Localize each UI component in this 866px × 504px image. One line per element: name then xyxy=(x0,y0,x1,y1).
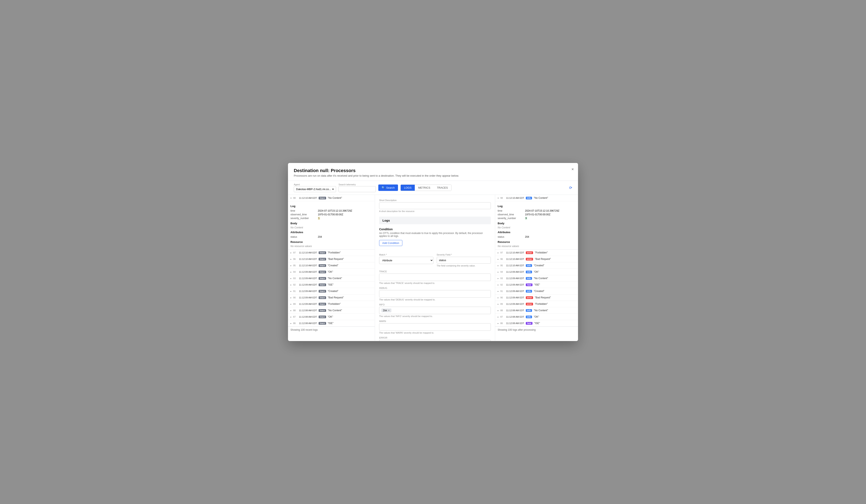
search-button[interactable]: 🔍 Search xyxy=(378,184,398,191)
log-badge: info xyxy=(526,309,532,312)
log-number: 96 xyxy=(293,258,297,260)
condition-section: Condition An OTTL condition that must ev… xyxy=(379,227,491,249)
log-row[interactable]: ▸9511:12:10 AM EDTinfo"Created" xyxy=(495,262,578,269)
log-message: "ISE" xyxy=(534,283,540,286)
log-row[interactable]: ▸9111:12:09 AM EDTinfo"Created" xyxy=(495,288,578,294)
attributes-section-title: Attributes xyxy=(498,231,576,234)
log-time: 11:12:08 AM EDT xyxy=(506,322,524,324)
log-badge: trace xyxy=(319,296,326,299)
severity-field-input[interactable] xyxy=(437,257,491,264)
chevron-icon: ▸ xyxy=(498,251,499,254)
log-row[interactable]: ▾9811:12:10 AM EDTtrace"No Content" xyxy=(288,195,375,201)
tab-traces[interactable]: TRACES xyxy=(434,185,451,191)
attribute-key: status xyxy=(290,235,315,238)
log-message: "Created" xyxy=(328,290,338,293)
severity-value-warn[interactable] xyxy=(379,323,491,331)
log-row[interactable]: ▸9511:12:10 AM EDTtrace"Created" xyxy=(288,262,375,269)
log-row[interactable]: ▸8811:12:08 AM EDTtrace"No Content" xyxy=(288,307,375,314)
log-row[interactable]: ▸9711:12:10 AM EDTerror"Forbidden" xyxy=(495,249,578,256)
log-row[interactable]: ▸9711:12:10 AM EDTtrace"Forbidden" xyxy=(288,249,375,256)
log-row[interactable]: ▸9611:12:10 AM EDTtrace"Bad Request" xyxy=(288,256,375,262)
log-badge: trace xyxy=(319,264,326,267)
chevron-icon: ▸ xyxy=(290,322,291,324)
close-button[interactable]: × xyxy=(571,167,574,171)
search-wrapper: Search telemetry xyxy=(338,183,376,192)
severity-value-info[interactable]: 2xx✕ xyxy=(379,307,491,314)
log-section-title: Log xyxy=(498,204,576,208)
log-badge: trace xyxy=(319,197,326,199)
severity-hint-debug: The values that 'DEBUG' severity should … xyxy=(379,299,491,301)
resource-section-title: Resource xyxy=(290,240,372,244)
severity-value-debug[interactable] xyxy=(379,290,491,298)
log-time: 11:12:08 AM EDT xyxy=(506,309,524,312)
short-description-input[interactable] xyxy=(379,202,491,209)
log-number: 94 xyxy=(500,271,504,273)
log-kv: time2024-07-10T15:12:10.396729Z xyxy=(498,209,576,213)
log-kv: time2024-07-10T15:12:10.396729Z xyxy=(290,209,372,213)
chip-remove[interactable]: ✕ xyxy=(388,309,390,312)
log-message: "Bad Request" xyxy=(328,296,344,299)
log-time: 11:12:10 AM EDT xyxy=(299,258,317,260)
log-row[interactable]: ▸8911:12:09 AM EDTerror"Forbidden" xyxy=(495,301,578,307)
chevron-icon: ▸ xyxy=(290,258,291,260)
log-value: 9 xyxy=(525,217,527,220)
log-row[interactable]: ▸9211:12:09 AM EDTfatal"ISE" xyxy=(495,282,578,288)
log-row[interactable]: ▸9111:12:09 AM EDTtrace"Created" xyxy=(288,288,375,294)
log-key: observed_time xyxy=(290,213,315,216)
body-section-title: Body xyxy=(498,222,576,225)
log-row[interactable]: ▸9311:12:09 AM EDTtrace"No Content" xyxy=(288,275,375,282)
log-row[interactable]: ▸8711:12:08 AM EDTinfo"OK" xyxy=(495,314,578,320)
log-badge: info xyxy=(526,271,532,273)
chevron-icon: ▸ xyxy=(290,265,291,267)
log-time: 11:12:10 AM EDT xyxy=(299,264,317,267)
log-row[interactable]: ▸9411:12:09 AM EDTinfo"OK" xyxy=(495,269,578,275)
log-row[interactable]: ▸8711:12:08 AM EDTtrace"OK" xyxy=(288,314,375,320)
agent-label: Agent xyxy=(294,183,336,186)
log-row-header: ▸8811:12:08 AM EDTinfo"No Content" xyxy=(498,309,576,312)
log-time: 11:12:09 AM EDT xyxy=(299,283,317,286)
log-message: "ISE" xyxy=(328,283,334,286)
log-time: 11:12:10 AM EDT xyxy=(506,264,524,267)
condition-desc: An OTTL condition that must evaluate to … xyxy=(379,232,491,237)
short-description-hint: A short description for the resource xyxy=(379,210,491,212)
agent-select[interactable]: Dakotas-MBP-2.hsd1.mi.co... ▾ xyxy=(294,186,336,192)
log-row-header: ▸8611:12:08 AM EDTtrace"ISE" xyxy=(290,322,372,325)
log-row[interactable]: ▸9311:12:09 AM EDTinfo"No Content" xyxy=(495,275,578,282)
severity-value-trace[interactable] xyxy=(379,273,491,281)
log-row[interactable]: ▸8911:12:09 AM EDTtrace"Forbidden" xyxy=(288,301,375,307)
add-condition-button[interactable]: Add Condition xyxy=(379,240,402,246)
refresh-button[interactable]: ⟳ xyxy=(569,186,572,190)
log-message: "Bad Request" xyxy=(535,296,551,299)
log-row[interactable]: ▸9011:12:09 AM EDTerror"Bad Request" xyxy=(495,294,578,301)
modal: Destination null: Processors Processors … xyxy=(288,163,578,341)
log-row[interactable]: ▸8811:12:08 AM EDTinfo"No Content" xyxy=(495,307,578,314)
severity-label-info: INFO xyxy=(379,303,491,306)
log-time: 11:12:09 AM EDT xyxy=(506,290,524,292)
log-time: 11:12:09 AM EDT xyxy=(506,277,524,280)
attribute-value: 204 xyxy=(525,235,529,238)
log-row[interactable]: ▸8611:12:08 AM EDTtrace"ISE" xyxy=(288,320,375,326)
log-row-header: ▸9411:12:09 AM EDTinfo"OK" xyxy=(498,270,576,273)
tab-metrics[interactable]: METRICS xyxy=(415,185,434,191)
tag-chip: 2xx✕ xyxy=(381,309,391,312)
log-number: 87 xyxy=(500,316,504,318)
search-input[interactable] xyxy=(338,186,376,192)
log-row[interactable]: ▸8611:12:08 AM EDTfatal"ISE" xyxy=(495,320,578,326)
log-row[interactable]: ▾9811:12:10 AM EDTinfo"No Content" xyxy=(495,195,578,201)
log-row[interactable]: ▸9611:12:10 AM EDTerror"Bad Request" xyxy=(495,256,578,262)
log-time: 11:12:10 AM EDT xyxy=(506,258,524,260)
tab-logs[interactable]: LOGS xyxy=(401,185,415,191)
body-value: No Content xyxy=(498,226,510,229)
log-row-header: ▸9111:12:09 AM EDTtrace"Created" xyxy=(290,290,372,293)
log-row[interactable]: ▸9211:12:09 AM EDTtrace"ISE" xyxy=(288,282,375,288)
attribute-kv: status204 xyxy=(498,235,576,239)
log-message: "Bad Request" xyxy=(328,258,344,260)
log-row[interactable]: ▸9411:12:09 AM EDTtrace"OK" xyxy=(288,269,375,275)
match-select[interactable]: Attribute xyxy=(379,257,433,264)
severity-value-error[interactable]: 4xx✕ xyxy=(379,340,491,341)
log-row[interactable]: ▸9011:12:09 AM EDTtrace"Bad Request" xyxy=(288,294,375,301)
log-badge: info xyxy=(526,197,532,199)
modal-header: Destination null: Processors Processors … xyxy=(288,163,578,181)
log-badge: trace xyxy=(319,303,326,305)
agent-wrapper: Agent Dakotas-MBP-2.hsd1.mi.co... ▾ xyxy=(294,183,336,192)
